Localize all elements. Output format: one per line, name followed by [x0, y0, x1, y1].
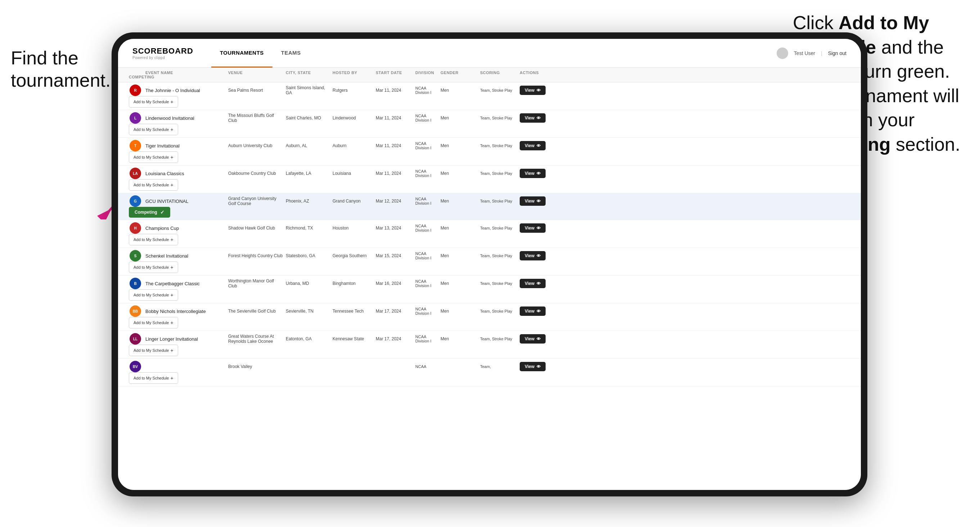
- col-start-date: START DATE: [376, 70, 415, 75]
- competing-cell: Add to My Schedule +: [125, 344, 145, 356]
- view-button[interactable]: View 👁: [520, 141, 546, 150]
- start-date: Mar 11, 2024: [376, 143, 415, 148]
- table-header: EVENT NAME VENUE CITY, STATE HOSTED BY S…: [118, 68, 861, 83]
- add-to-schedule-button[interactable]: Add to My Schedule +: [129, 344, 178, 356]
- hosted-by: Rutgers: [332, 88, 376, 93]
- competing-cell: Add to My Schedule +: [125, 151, 145, 163]
- division: NCAA Division I: [415, 86, 441, 95]
- venue: Auburn University Club: [228, 143, 286, 148]
- venue: The Missouri Bluffs Golf Club: [228, 113, 286, 123]
- view-button[interactable]: View 👁: [520, 197, 546, 206]
- sign-out-link[interactable]: Sign out: [828, 50, 846, 56]
- table-row: BVBrook ValleyNCAATeam,View 👁Add to My S…: [118, 359, 861, 386]
- competing-cell: Add to My Schedule +: [125, 289, 145, 301]
- add-to-schedule-button[interactable]: Add to My Schedule +: [129, 262, 178, 273]
- team-logo: L: [130, 112, 141, 124]
- gender: Men: [441, 88, 480, 93]
- gender: Men: [441, 171, 480, 176]
- tab-teams[interactable]: TEAMS: [272, 39, 310, 68]
- actions-cell: View 👁: [520, 306, 584, 316]
- scoring: Team, Stroke Play: [480, 226, 520, 230]
- start-date: Mar 11, 2024: [376, 116, 415, 121]
- view-button[interactable]: View 👁: [520, 279, 546, 288]
- hosted-by: Auburn: [332, 143, 376, 148]
- venue: Oakbourne Country Club: [228, 171, 286, 176]
- competing-button[interactable]: Competing ✓: [129, 207, 170, 217]
- team-logo: H: [130, 222, 141, 234]
- add-to-schedule-button[interactable]: Add to My Schedule +: [129, 96, 178, 108]
- scoring: Team, Stroke Play: [480, 143, 520, 148]
- view-button[interactable]: View 👁: [520, 224, 546, 233]
- add-to-schedule-button[interactable]: Add to My Schedule +: [129, 289, 178, 301]
- division: NCAA Division I: [415, 307, 441, 316]
- app-header: SCOREBOARD Powered by clippd TOURNAMENTS…: [118, 39, 861, 68]
- actions-cell: View 👁: [520, 141, 584, 150]
- start-date: Mar 11, 2024: [376, 171, 415, 176]
- gender: Men: [441, 281, 480, 286]
- scoring: Team, Stroke Play: [480, 88, 520, 92]
- gender: Men: [441, 225, 480, 230]
- city-state: Saint Simons Island, GA: [286, 85, 332, 95]
- scoring: Team,: [480, 364, 520, 369]
- event-name: Tiger Invitational: [145, 143, 228, 149]
- gender: Men: [441, 337, 480, 341]
- add-to-schedule-button[interactable]: Add to My Schedule +: [129, 317, 178, 329]
- add-to-schedule-button[interactable]: Add to My Schedule +: [129, 234, 178, 245]
- table-row: SSchenkel InvitationalForest Heights Cou…: [118, 248, 861, 276]
- venue: Brook Valley: [228, 364, 286, 369]
- col-event-name: EVENT NAME: [145, 70, 228, 75]
- division: NCAA Division I: [415, 224, 441, 232]
- scoring: Team, Stroke Play: [480, 337, 520, 341]
- team-logo: G: [130, 195, 141, 207]
- col-hosted-by: HOSTED BY: [332, 70, 376, 75]
- col-city-state: CITY, STATE: [286, 70, 332, 75]
- start-date: Mar 17, 2024: [376, 337, 415, 341]
- hosted-by: Georgia Southern: [332, 253, 376, 258]
- start-date: Mar 12, 2024: [376, 198, 415, 203]
- view-button[interactable]: View 👁: [520, 362, 546, 371]
- venue: Great Waters Course At Reynolds Lake Oco…: [228, 334, 286, 344]
- col-actions: ACTIONS: [520, 70, 584, 75]
- competing-cell: Competing ✓: [125, 207, 145, 217]
- app-logo: SCOREBOARD: [132, 46, 193, 56]
- competing-cell: Add to My Schedule +: [125, 124, 145, 135]
- city-state: Lafayette, LA: [286, 171, 332, 176]
- table-row: TTiger InvitationalAuburn University Clu…: [118, 138, 861, 165]
- event-name: GCU INVITATIONAL: [145, 198, 228, 204]
- tab-tournaments[interactable]: TOURNAMENTS: [211, 39, 272, 68]
- view-button[interactable]: View 👁: [520, 113, 546, 123]
- hosted-by: Louisiana: [332, 171, 376, 176]
- table-row: RThe Johnnie - O IndividualSea Palms Res…: [118, 83, 861, 110]
- table-row: LALouisiana ClassicsOakbourne Country Cl…: [118, 165, 861, 193]
- view-button[interactable]: View 👁: [520, 251, 546, 260]
- event-name: Lindenwood Invitational: [145, 116, 228, 121]
- table-row: LLindenwood InvitationalThe Missouri Blu…: [118, 110, 861, 138]
- team-logo: T: [130, 140, 141, 151]
- tablet-screen: SCOREBOARD Powered by clippd TOURNAMENTS…: [118, 39, 861, 490]
- table-row: LLLinger Longer InvitationalGreat Waters…: [118, 331, 861, 359]
- col-division: DIVISION: [415, 70, 441, 75]
- division: NCAA Division I: [415, 251, 441, 260]
- hosted-by: Tennessee Tech: [332, 309, 376, 314]
- table-row: GGCU INVITATIONALGrand Canyon University…: [118, 193, 861, 220]
- add-to-schedule-button[interactable]: Add to My Schedule +: [129, 372, 178, 384]
- event-name: Schenkel Invitational: [145, 253, 228, 259]
- hosted-by: Lindenwood: [332, 116, 376, 121]
- add-to-schedule-button[interactable]: Add to My Schedule +: [129, 151, 178, 163]
- scoring: Team, Stroke Play: [480, 281, 520, 286]
- view-button[interactable]: View 👁: [520, 306, 546, 316]
- view-button[interactable]: View 👁: [520, 86, 546, 95]
- add-to-schedule-button[interactable]: Add to My Schedule +: [129, 179, 178, 190]
- start-date: Mar 17, 2024: [376, 309, 415, 314]
- team-logo: BV: [130, 361, 141, 372]
- gender: Men: [441, 116, 480, 121]
- city-state: Sevierville, TN: [286, 309, 332, 314]
- view-button[interactable]: View 👁: [520, 169, 546, 178]
- city-state: Urbana, MD: [286, 281, 332, 286]
- event-name: The Johnnie - O Individual: [145, 88, 228, 93]
- view-button[interactable]: View 👁: [520, 334, 546, 344]
- venue: Sea Palms Resort: [228, 88, 286, 93]
- city-state: Eatonton, GA: [286, 337, 332, 341]
- city-state: Auburn, AL: [286, 143, 332, 148]
- add-to-schedule-button[interactable]: Add to My Schedule +: [129, 124, 178, 135]
